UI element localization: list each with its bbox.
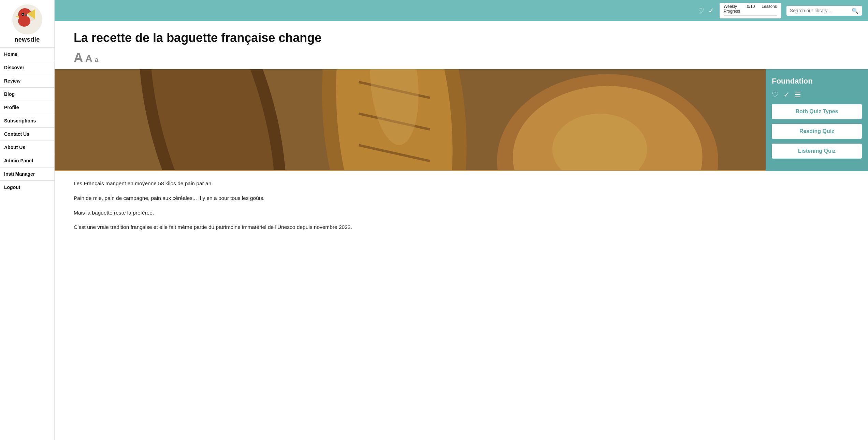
progress-top-row: WeeklyProgress 0/10 Lessons [724, 4, 777, 14]
sidebar-item-logout[interactable]: Logout [0, 180, 54, 194]
svg-point-4 [22, 14, 23, 15]
search-box: 🔍 [786, 6, 862, 16]
logo-text: newsdle [14, 36, 40, 43]
sidebar-item-blog[interactable]: Blog [0, 87, 54, 101]
sidebar-item-admin[interactable]: Admin Panel [0, 154, 54, 167]
search-input[interactable] [790, 8, 850, 13]
sidebar-item-review[interactable]: Review [0, 74, 54, 87]
search-button[interactable]: 🔍 [852, 8, 858, 14]
nav-list: Home Discover Review Blog Profile Subscr… [0, 47, 54, 194]
sidebar-item-contact[interactable]: Contact Us [0, 127, 54, 141]
article-para-1: Les Français mangent en moyenne 58 kilos… [74, 179, 849, 188]
side-panel: Foundation ♡ ✓ ☰ Both Quiz Types Reading… [766, 69, 868, 171]
article-text: Les Français mangent en moyenne 58 kilos… [55, 171, 868, 246]
both-quiz-button[interactable]: Both Quiz Types [772, 104, 862, 119]
lessons-label: Lessons [762, 4, 777, 14]
sidebar-item-profile[interactable]: Profile [0, 101, 54, 114]
sidebar-item-discover[interactable]: Discover [0, 61, 54, 74]
svg-rect-18 [55, 69, 766, 170]
svg-point-2 [18, 16, 30, 27]
progress-box: WeeklyProgress 0/10 Lessons [720, 3, 781, 18]
logo-bird-icon [12, 4, 43, 35]
font-size-small[interactable]: a [95, 56, 98, 64]
article-para-4: C'est une vraie tradition française et e… [74, 223, 849, 232]
image-panel-row: Foundation ♡ ✓ ☰ Both Quiz Types Reading… [55, 69, 868, 171]
panel-icons-row: ♡ ✓ ☰ [772, 90, 862, 99]
progress-bar-track [724, 15, 777, 16]
panel-list-icon[interactable]: ☰ [794, 90, 801, 99]
panel-check-icon[interactable]: ✓ [783, 90, 790, 99]
sidebar-item-about[interactable]: About Us [0, 141, 54, 154]
content: La recette de la baguette française chan… [55, 21, 868, 440]
logo-area: newsdle [0, 0, 54, 46]
main-content: ♡ ✓ WeeklyProgress 0/10 Lessons 🔍 La rec… [55, 0, 868, 440]
article-header: La recette de la baguette française chan… [55, 21, 868, 69]
article-para-3: Mais la baguette reste la préférée. [74, 209, 849, 217]
sidebar: newsdle Home Discover Review Blog Profil… [0, 0, 55, 440]
reading-quiz-button[interactable]: Reading Quiz [772, 124, 862, 139]
check-circle-icon[interactable]: ✓ [708, 6, 714, 15]
topbar: ♡ ✓ WeeklyProgress 0/10 Lessons 🔍 [55, 0, 868, 21]
progress-count: 0/10 [747, 4, 755, 14]
font-size-row: A A a [74, 50, 857, 65]
panel-heart-icon[interactable]: ♡ [772, 90, 779, 99]
article-para-2: Pain de mie, pain de campagne, pain aux … [74, 194, 849, 203]
sidebar-item-home[interactable]: Home [0, 47, 54, 61]
article-image [55, 69, 766, 171]
article-title: La recette de la baguette française chan… [74, 31, 857, 45]
font-size-large[interactable]: A [74, 50, 83, 65]
weekly-label: WeeklyProgress [724, 4, 740, 14]
listening-quiz-button[interactable]: Listening Quiz [772, 144, 862, 159]
side-panel-title: Foundation [772, 77, 862, 86]
sidebar-item-subscriptions[interactable]: Subscriptions [0, 114, 54, 127]
font-size-medium[interactable]: A [85, 53, 92, 64]
topbar-icons: ♡ ✓ [698, 6, 714, 15]
sidebar-item-insti[interactable]: Insti Manager [0, 167, 54, 180]
heart-icon[interactable]: ♡ [698, 6, 704, 15]
